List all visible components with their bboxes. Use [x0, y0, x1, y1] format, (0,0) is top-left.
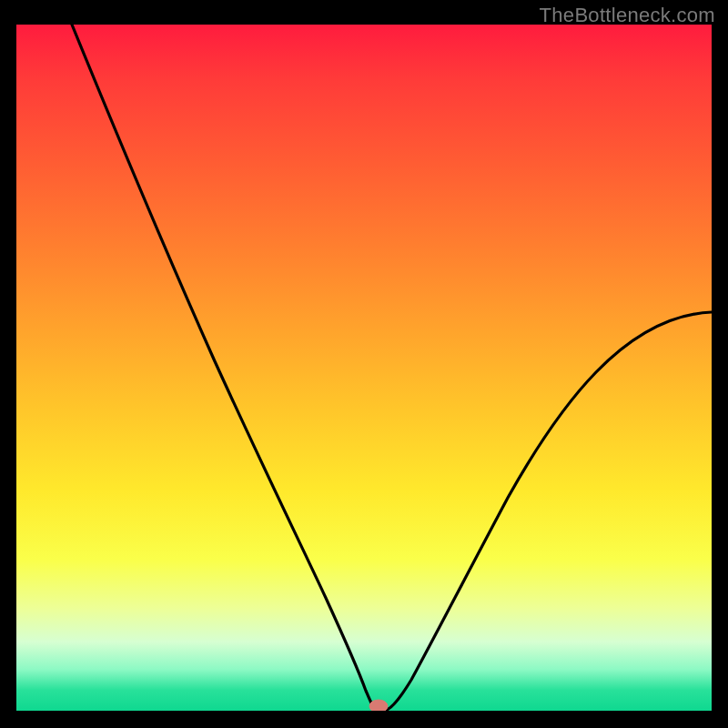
chart-frame: TheBottleneck.com [0, 0, 728, 728]
optimal-point-marker [369, 700, 388, 711]
curve-layer [16, 25, 712, 711]
watermark-text: TheBottleneck.com [540, 4, 715, 27]
bottleneck-curve [72, 25, 712, 710]
plot-area [16, 25, 712, 711]
